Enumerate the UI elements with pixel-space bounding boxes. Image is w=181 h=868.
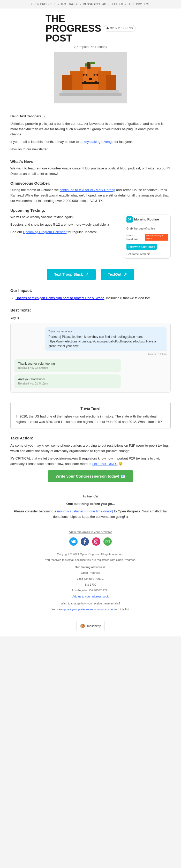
one-last-thing: One last thing before you go...: [10, 501, 171, 507]
svg-rect-7: [85, 63, 87, 66]
whats-new-text: We want to feature more volunteer-made c…: [10, 166, 171, 177]
text-troop-slack-icon: ↗: [85, 272, 88, 277]
best-texts-section: Best Texts: Yay :) Tripler Names + Yay P…: [0, 305, 181, 398]
impact-list: Dozens of Michigan Dems sign brief to pr…: [16, 296, 171, 301]
svg-rect-16: [95, 81, 97, 84]
change-prefs-links: You can update your preferences or unsub…: [10, 607, 171, 612]
svg-point-23: [96, 541, 97, 542]
textout-button[interactable]: TextOut ↗: [101, 269, 134, 280]
nav-text-troop[interactable]: TEXT TROOP: [60, 3, 79, 6]
chat-bubble-right: Tripler Names + Yay Perfect :) Please le…: [45, 327, 166, 351]
impact-title: Our Impact:: [10, 288, 171, 294]
hi-friends: Hi friends!: [10, 494, 171, 499]
view-browser-link[interactable]: View this email in your browser: [69, 530, 112, 534]
nav-lets-protect[interactable]: LET'S PROTECT: [127, 3, 150, 6]
nav-open-progress[interactable]: OPEN PROGRESS: [31, 3, 56, 6]
change-prefs-text: Want to change how you receive these ema…: [10, 601, 171, 606]
step-3: Text with Text Troop: [126, 243, 168, 251]
pumpkin-image: [54, 52, 127, 103]
intro-section: Hello Text Troopers :) Unlimited pumpkin…: [0, 111, 181, 264]
right-bubble-text: Perfect :) Please let them know they can…: [49, 335, 156, 348]
mailchimp-footer: 🐵 mailchimp: [0, 618, 181, 637]
morning-routine-card: OP Morning Routine Grab first cup of cof…: [124, 215, 171, 259]
write-congress-wrapper: Write your Congressperson today! 📧: [10, 470, 171, 482]
step-3-text: Text with Text Troop: [126, 244, 157, 250]
best-texts-intro: Yay :): [10, 315, 171, 320]
svg-rect-17: [87, 84, 89, 86]
svg-rect-18: [92, 84, 94, 86]
intro-p2: If your mail is late this month, it may …: [10, 139, 171, 145]
header-section: THE PROGRESS POST OPEN PROGRESS (Pumpkin…: [0, 8, 181, 112]
mailing-addr1: 1388 Century Park E.: [10, 577, 171, 581]
chat-bubble-left-2: And your hard work Received Nov 02, 5:10…: [15, 374, 121, 388]
mailing-org: Open Progress: [10, 571, 171, 575]
intro-p1: Unlimited pumpkin pie is just around the…: [10, 121, 171, 137]
copyright: Copyright © 2021 Open Progress. All righ…: [10, 552, 171, 557]
search-dot: [106, 27, 109, 29]
svg-rect-15: [84, 81, 86, 84]
card-logo: OP: [126, 216, 133, 222]
mailchimp-label: mailchimp: [87, 624, 101, 628]
upcoming-p2: Boosters and shots for ages 5-12 are now…: [10, 222, 119, 227]
buttons-row: Text Troop Slack ↗ TextOut ↗: [0, 269, 181, 280]
left-received-2: Received Nov 02, 5:10pm: [18, 382, 118, 385]
morning-routine-header: OP Morning Routine: [124, 215, 171, 224]
write-congress-button[interactable]: Write your Congressperson today! 📧: [48, 470, 133, 482]
whats-new-title: What's New:: [10, 159, 171, 165]
upcoming-p3: See our Upcoming Program Calendar for re…: [10, 229, 119, 235]
turkeys-link[interactable]: turkeys taking revenge: [80, 140, 113, 144]
update-preferences-link[interactable]: update your preferences: [62, 608, 93, 611]
twitter-icon[interactable]: [69, 537, 78, 546]
email-icon[interactable]: [103, 537, 112, 546]
step-4-text: Get some fresh air: [126, 252, 150, 256]
nav-messaging-lab[interactable]: MESSAGING LAB: [83, 3, 106, 6]
svg-rect-21: [85, 69, 87, 74]
svg-point-24: [97, 540, 98, 541]
search-label: OPEN PROGRESS: [110, 26, 133, 30]
triplier-label: Tripler Names + Yay: [49, 330, 163, 334]
chat-container: Tripler Names + Yay Perfect :) Please le…: [10, 323, 171, 393]
step-2: Have breakfast Practice sending at Step …: [126, 232, 168, 243]
upcoming-texting-title: Upcoming Texting:: [10, 208, 171, 214]
impact-item-1: Dozens of Michigan Dems sign brief to pr…: [16, 296, 171, 301]
mailing-city: Los Angeles, CA 90067-1721: [10, 588, 171, 593]
step-2-text: Have breakfast: [126, 233, 143, 242]
view-browser: View this email in your browser: [0, 529, 181, 535]
ag-herring-link[interactable]: continued to text for AG Mark Herring: [60, 188, 115, 192]
card-title: Morning Routine: [134, 217, 159, 222]
roe-wade-link[interactable]: Dozens of Michigan Dems sign brief to pr…: [16, 296, 104, 300]
mailchimp-badge[interactable]: 🐵 mailchimp: [77, 621, 104, 631]
morning-routine-steps: Grab first cup of coffee Have breakfast …: [124, 224, 171, 258]
nav-textout[interactable]: TEXTOUT: [110, 3, 123, 6]
social-icons: [0, 537, 181, 546]
instagram-icon[interactable]: [92, 537, 100, 546]
program-calendar-link[interactable]: Upcoming Program Calendar: [23, 230, 67, 234]
take-action-p2: It's CRITICAL that we let the decision-m…: [10, 456, 171, 467]
unsubscribe-link[interactable]: unsubscribe: [98, 608, 113, 611]
left-bubble-1-text: Thank you for volunteering: [18, 361, 118, 366]
edition-text: (Pumpkin Pie Edition): [5, 44, 176, 50]
facebook-icon[interactable]: [81, 537, 89, 546]
left-bubble-2-text: And your hard work: [18, 377, 118, 382]
greeting: Hello Text Troopers :): [10, 114, 171, 119]
textout-icon: ↗: [123, 272, 127, 277]
omnivorous-october-title: Omnivorous October:: [10, 181, 171, 186]
chat-bubble-left-1: Thank you for volunteering Received Nov …: [15, 359, 121, 372]
trivia-box: Trivia Time! In 2020, the US had one of …: [10, 402, 171, 429]
text-troop-slack-button[interactable]: Text Troop Slack ↗: [47, 269, 96, 280]
logo-text: THE PROGRESS POST: [46, 14, 101, 43]
lets-talk-link[interactable]: Let's Talk 10DLC: [92, 462, 118, 466]
left-received-1: Received Nov 02, 5:03pm: [18, 366, 118, 370]
logo-search: OPEN PROGRESS: [104, 25, 135, 31]
step-1-text: Grab first cup of coffee: [126, 226, 155, 231]
impact-section: Our Impact: Dozens of Michigan Dems sign…: [0, 285, 181, 305]
right-timestamp: Nov 02, 5:09pm: [15, 352, 166, 356]
svg-rect-22: [94, 540, 98, 543]
registered: You received this email because you are …: [10, 558, 171, 562]
monthly-sustainer-link[interactable]: monthly sustainer (or one time donor): [57, 509, 113, 513]
mailchimp-logo-icon: 🐵: [80, 622, 85, 629]
add-to-address-book-link[interactable]: Add us to your address book: [72, 595, 109, 598]
take-action-p1: As some of you may know, some phone carr…: [10, 443, 171, 454]
write-congress-label: Write your Congressperson today! 📧: [56, 474, 125, 478]
closing-p1: Please consider becoming a monthly susta…: [10, 509, 171, 520]
